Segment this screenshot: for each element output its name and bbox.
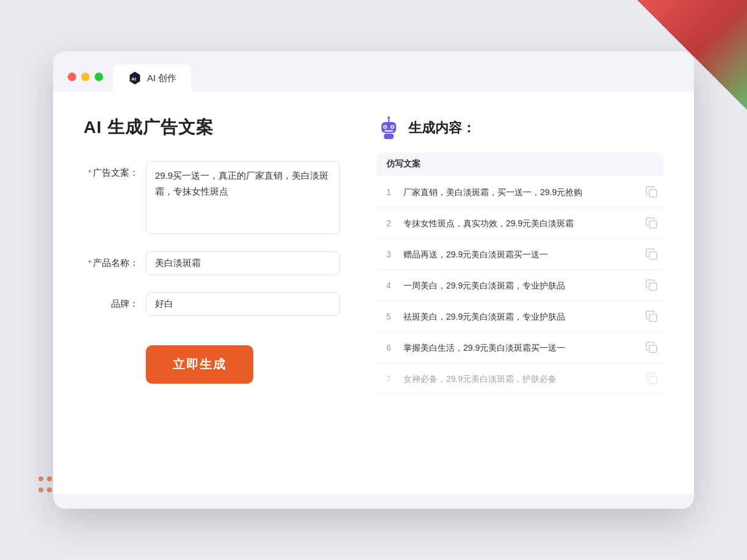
svg-rect-16 [649,345,657,353]
left-panel: AI 生成广告文案 *广告文案： *产品名称： 品牌： 立 [84,116,340,464]
svg-point-7 [384,126,386,128]
result-text: 掌握美白生活，29.9元美白淡斑霜买一送一 [403,342,638,354]
main-content: AI 生成广告文案 *广告文案： *产品名称： 品牌： 立 [53,92,694,494]
copy-icon[interactable] [645,248,659,261]
svg-point-8 [392,126,394,128]
title-bar: AI AI 创作 [53,51,694,92]
right-panel: 生成内容： 仿写文案 1厂家直销，美白淡斑霜，买一送一，29.9元抢购 2专抹女… [377,116,663,464]
result-number: 2 [381,218,396,228]
table-row: 3赠品再送，29.9元美白淡斑霜买一送一 [377,239,663,270]
result-text: 一周美白，29.9元美白淡斑霜，专业护肤品 [403,279,638,292]
copy-icon[interactable] [645,372,659,386]
result-text: 祛斑美白，29.9元美白淡斑霜，专业护肤品 [403,311,638,323]
close-button[interactable] [68,73,76,81]
brand-input[interactable] [146,292,340,316]
brand-form-group: 品牌： [84,292,340,316]
result-number: 4 [381,281,396,290]
table-row: 4一周美白，29.9元美白淡斑霜，专业护肤品 [377,270,663,301]
tab-title-text: AI 创作 [147,73,176,84]
svg-rect-14 [649,283,657,290]
svg-rect-10 [384,134,394,139]
ad-copy-label: *广告文案： [84,161,139,179]
submit-button[interactable]: 立即生成 [146,345,253,384]
svg-rect-17 [649,376,657,384]
maximize-button[interactable] [95,73,103,81]
results-header: 生成内容： [377,116,663,140]
results-table: 仿写文案 1厂家直销，美白淡斑霜，买一送一，29.9元抢购 2专抹女性斑点，真实… [377,153,663,395]
product-name-label: *产品名称： [84,251,139,269]
table-row: 5祛斑美白，29.9元美白淡斑霜，专业护肤品 [377,301,663,332]
svg-rect-11 [649,190,657,197]
product-name-input[interactable] [146,251,340,275]
ad-copy-textarea[interactable] [146,161,340,234]
results-title: 生成内容： [408,119,475,137]
svg-text:AI: AI [131,76,136,82]
product-name-required-star: * [88,257,92,268]
minimize-button[interactable] [81,73,90,81]
table-row: 7女神必备，29.9元美白淡斑霜，护肤必备 [377,364,663,395]
result-number: 5 [381,312,396,321]
table-row: 1厂家直销，美白淡斑霜，买一送一，29.9元抢购 [377,177,663,208]
svg-rect-13 [649,252,657,259]
browser-tab[interactable]: AI AI 创作 [113,65,191,92]
robot-icon [377,116,401,140]
svg-rect-9 [384,130,393,132]
svg-point-3 [388,117,390,119]
result-text: 专抹女性斑点，真实功效，29.9元美白淡斑霜 [403,217,638,230]
table-row: 6掌握美白生活，29.9元美白淡斑霜买一送一 [377,332,663,364]
svg-rect-12 [649,221,657,228]
table-row: 2专抹女性斑点，真实功效，29.9元美白淡斑霜 [377,208,663,239]
ad-copy-form-group: *广告文案： [84,161,340,234]
page-title: AI 生成广告文案 [84,116,340,139]
result-number: 1 [381,187,396,197]
ai-logo-icon: AI [128,71,142,85]
result-number: 7 [381,374,396,384]
table-header: 仿写文案 [377,153,663,176]
result-rows-container: 1厂家直销，美白淡斑霜，买一送一，29.9元抢购 2专抹女性斑点，真实功效，29… [377,177,663,395]
result-text: 女神必备，29.9元美白淡斑霜，护肤必备 [403,373,638,386]
ad-copy-required-star: * [88,167,92,178]
brand-label: 品牌： [84,292,139,310]
copy-icon[interactable] [645,185,659,199]
svg-rect-15 [649,314,657,321]
result-text: 厂家直销，美白淡斑霜，买一送一，29.9元抢购 [403,186,638,199]
result-number: 3 [381,249,396,259]
product-name-form-group: *产品名称： [84,251,340,275]
result-text: 赠品再送，29.9元美白淡斑霜买一送一 [403,248,638,261]
traffic-lights [68,73,103,81]
copy-icon[interactable] [645,279,659,292]
result-number: 6 [381,343,396,353]
copy-icon[interactable] [645,310,659,323]
copy-icon[interactable] [645,217,659,230]
browser-window: AI AI 创作 AI 生成广告文案 *广告文案： *产品名称： [53,51,694,509]
copy-icon[interactable] [645,341,659,354]
